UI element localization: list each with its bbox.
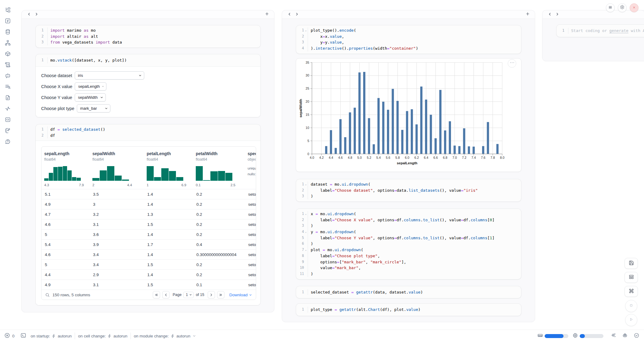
table-row[interactable]: 5.43.91.70.4setosa (41, 239, 256, 249)
code-line[interactable]: 2 x=x.value, (296, 34, 521, 40)
column-2-next-button[interactable] (293, 11, 300, 18)
code-line[interactable]: 11) (296, 271, 521, 277)
column-header-sepalWidth[interactable]: sepalWidthfloat64 24.4 (90, 151, 144, 187)
cell-imports[interactable]: 1import marimo as mo2import altair as al… (35, 25, 261, 48)
code-line[interactable]: 3) (296, 193, 521, 199)
cell-dataset-dropdown[interactable]: 1⌄dataset = mo.ui.dropdown(2 label="Choo… (296, 179, 521, 202)
copilot-icon[interactable] (622, 333, 628, 339)
bar-chart[interactable]: 4.04.24.44.64.85.05.25.45.65.86.06.26.46… (296, 59, 522, 172)
on-cell-change-setting[interactable]: on cell change:autorun (78, 334, 127, 338)
prev-page-button[interactable] (162, 291, 170, 298)
code-line[interactable]: 3 y=y.value, (296, 39, 521, 45)
table-search-icon[interactable] (45, 293, 50, 297)
cell-vstack[interactable]: 1mo.vstack([dataset, x, y, plot]) Choose… (35, 54, 261, 117)
bot-message-icon[interactable] (4, 72, 11, 79)
plot-type-select[interactable]: mark_bar (77, 104, 110, 112)
column-header-petalWidth[interactable]: petalWidthfloat64 0.12.5 (193, 151, 245, 187)
run-button[interactable] (625, 314, 637, 326)
cell-dataframe[interactable]: 1df = selected_dataset()2df sepalLengthf… (35, 124, 261, 305)
column-2-add-cell-button[interactable] (524, 11, 531, 18)
layout-button[interactable] (624, 272, 638, 283)
code-placeholder[interactable]: Start coding or generate with AI (568, 28, 644, 34)
table-row[interactable]: 53.61.40.2setosa (41, 229, 256, 239)
terminal-icon[interactable] (20, 333, 26, 339)
column-header-species[interactable]: speciesobjectunique: 3nulls: 0 (245, 151, 256, 187)
code-line[interactable]: 1plot_type = getattr(alt.Chart(df), plot… (296, 307, 521, 313)
chart-output[interactable]: 4.04.24.44.64.85.05.25.45.65.86.06.26.46… (296, 58, 521, 172)
code-line[interactable]: 1import marimo as mo (36, 27, 260, 34)
code-line[interactable]: 1selected_dataset = getattr(data, datase… (296, 289, 521, 295)
code-line[interactable]: 2 label="Choose dataset", options=data.l… (296, 187, 521, 194)
table-row[interactable]: 4.42.91.40.2setosa (41, 269, 256, 280)
code-line[interactable]: 3from vega_datasets import data (36, 39, 260, 45)
code-line[interactable]: 1mo.vstack([dataset, x, y, plot]) (36, 57, 260, 63)
generate-link[interactable]: generate (609, 28, 628, 33)
package-icon[interactable] (4, 50, 11, 57)
column-1-add-cell-button[interactable] (263, 11, 270, 18)
last-page-button[interactable] (217, 291, 224, 298)
code-line[interactable]: 5 label="Choose Y value", options=df.col… (296, 235, 521, 241)
column-2-prev-button[interactable] (286, 11, 293, 18)
x-value-select[interactable]: sepalLength (75, 82, 106, 91)
database-icon[interactable] (4, 28, 11, 35)
file-tree-icon[interactable] (4, 6, 11, 13)
table-row[interactable]: 4.63.11.50.2setosa (41, 219, 256, 229)
code-line[interactable]: 1df = selected_dataset() (36, 126, 260, 133)
table-row[interactable]: 4.931.40.2setosa (41, 199, 256, 209)
table-row[interactable]: 4.73.21.30.2setosa (41, 209, 256, 219)
errors-icon[interactable] (4, 333, 10, 339)
cell-selected-dataset[interactable]: 1selected_dataset = getattr(data, datase… (296, 286, 521, 299)
y-value-select[interactable]: sepalWidth (75, 93, 106, 102)
settings-button[interactable] (618, 3, 627, 12)
file-text-icon[interactable] (4, 94, 11, 101)
activity-icon[interactable] (4, 105, 11, 112)
code-line[interactable]: 2import altair as alt (36, 34, 260, 40)
scroll-text-icon[interactable] (4, 61, 11, 68)
page-select[interactable]: 1 (183, 292, 194, 298)
table-row[interactable]: 4.63.41.40.3000000000000004setosa (41, 249, 256, 259)
dataset-select[interactable]: iris (75, 71, 144, 80)
save-button[interactable] (624, 258, 638, 269)
table-row[interactable]: 53.41.50.2setosa (41, 259, 256, 269)
cell-plot-type[interactable]: 1plot_type = getattr(alt.Chart(df), plot… (296, 303, 521, 316)
cell-empty[interactable]: 1 Start coding or generate with AI (556, 24, 644, 37)
code-line[interactable]: 10 value="mark_bar", (296, 265, 521, 271)
table-row[interactable]: 4.93.11.50.1setosa (41, 280, 256, 290)
function-square-icon[interactable] (4, 17, 11, 24)
ai-sparkles-icon[interactable] (611, 333, 616, 339)
column-header-petalLength[interactable]: petalLengthfloat64 16.9 (144, 151, 193, 187)
code-line[interactable]: 1⌄plot_type().encode( (296, 27, 521, 34)
table-row[interactable]: 5.13.51.40.2setosa (41, 189, 256, 199)
code-line[interactable]: 4⌄y = mo.ui.dropdown( (296, 229, 521, 235)
menu-button[interactable] (606, 3, 615, 12)
code-line[interactable]: 4).interactive().properties(width="conta… (296, 45, 521, 52)
cell-xyplot-dropdowns[interactable]: 1⌄x = mo.ui.dropdown(2 label="Choose X v… (296, 208, 521, 280)
shutdown-button[interactable] (630, 3, 639, 12)
network-icon[interactable] (4, 39, 11, 46)
column-1-prev-button[interactable] (25, 11, 33, 18)
code-line[interactable]: 3) (296, 223, 521, 229)
column-header-sepalLength[interactable]: sepalLengthfloat64 4.37.9 (41, 151, 90, 187)
cell-encode[interactable]: 1⌄plot_type().encode(2 x=x.value,3 y=y.v… (296, 25, 521, 54)
first-page-button[interactable] (153, 291, 160, 298)
code-line[interactable]: 7⌄plot = mo.ui.dropdown( (296, 247, 521, 253)
help-bubble-icon[interactable] (4, 138, 11, 145)
chart-actions-button[interactable] (508, 59, 516, 68)
code-line[interactable]: 8 label="Choose plot type", (296, 253, 521, 259)
code-line[interactable]: 1⌄dataset = mo.ui.dropdown( (296, 181, 521, 187)
code-block-icon[interactable] (4, 116, 11, 123)
code-line[interactable]: 6) (296, 241, 521, 247)
next-page-button[interactable] (208, 291, 215, 298)
connection-status-icon[interactable] (634, 333, 639, 339)
code-line[interactable]: 9 options=["mark_bar", "mark_circle"], (296, 259, 521, 265)
column-1-next-button[interactable] (33, 11, 40, 18)
code-line[interactable]: 1⌄x = mo.ui.dropdown( (296, 211, 521, 217)
list-search-icon[interactable] (4, 83, 11, 90)
on-module-change-setting[interactable]: on module change:autorun (134, 334, 196, 338)
code-line[interactable]: 2 label="Choose X value", options=df.col… (296, 217, 521, 223)
column-3-prev-button[interactable] (546, 11, 553, 18)
download-button[interactable]: Download (229, 293, 252, 297)
on-startup-setting[interactable]: on startup:autorun (31, 334, 72, 338)
column-3-next-button[interactable] (553, 11, 561, 18)
command-palette-button[interactable] (624, 286, 638, 297)
